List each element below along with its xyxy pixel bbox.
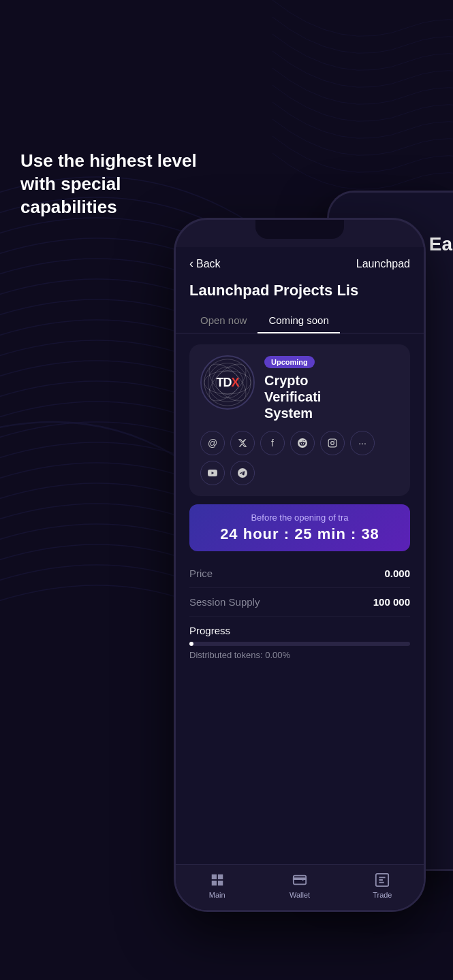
facebook-icon[interactable]: f [260, 431, 285, 455]
session-supply-label: Session Supply [189, 596, 260, 608]
page-title: Launchpad Projects Lis [176, 278, 424, 309]
timer-banner: Before the opening of tra 24 hour : 25 m… [189, 504, 410, 551]
nav-trade[interactable]: Trade [341, 872, 424, 899]
svg-point-8 [331, 442, 334, 445]
twitter-icon[interactable] [230, 431, 255, 455]
svg-point-9 [334, 440, 335, 441]
timer-value: 24 hour : 25 min : 38 [200, 525, 399, 543]
trade-nav-icon [374, 872, 390, 888]
nav-main[interactable]: Main [176, 872, 258, 899]
tab-coming-soon[interactable]: Coming soon [257, 309, 339, 333]
logo-text: TDX [216, 376, 238, 390]
telegram-icon[interactable] [230, 461, 255, 485]
price-label: Price [189, 568, 213, 579]
project-card: TDX Upcoming Crypto Verificati System [189, 344, 410, 496]
project-info: Upcoming Crypto Verificati System [264, 355, 399, 421]
project-logo: TDX [200, 355, 255, 410]
tab-open-now[interactable]: Open now [189, 309, 257, 333]
upcoming-badge: Upcoming [264, 356, 315, 368]
progress-bar-fill [189, 642, 193, 646]
price-row: Price 0.000 [189, 559, 410, 588]
session-supply-row: Session Supply 100 000 [189, 588, 410, 617]
social-icons-row: @ f [200, 431, 399, 485]
wallet-nav-label: Wallet [290, 891, 310, 899]
progress-section: Progress Distributed tokens: 0.00% [189, 617, 410, 668]
card-content: TDX Upcoming Crypto Verificati System [176, 333, 424, 679]
nav-wallet[interactable]: Wallet [258, 872, 341, 899]
back-chevron-icon: ‹ [189, 257, 193, 271]
more-icon[interactable]: ··· [350, 431, 375, 455]
main-nav-label: Main [209, 891, 225, 899]
price-value: 0.000 [384, 568, 410, 579]
back-label: Back [196, 258, 221, 270]
svg-rect-11 [294, 878, 306, 879]
phone-screen: ‹ Back Launchpad Launchpad Projects Lis … [176, 247, 424, 910]
screen-header: ‹ Back Launchpad [176, 247, 424, 278]
progress-title: Progress [189, 625, 410, 636]
bottom-navigation: Main Wallet [176, 864, 424, 910]
main-nav-icon [209, 872, 225, 888]
project-name: Crypto Verificati System [264, 372, 399, 421]
progress-bar-background [189, 642, 410, 646]
tabs-row: Open now Coming soon [176, 309, 424, 333]
phone-notch [255, 220, 344, 239]
phone-frame: ‹ Back Launchpad Launchpad Projects Lis … [174, 218, 426, 912]
distributed-tokens-text: Distributed tokens: 0.00% [189, 650, 410, 660]
reddit-icon[interactable] [290, 431, 315, 455]
youtube-icon[interactable] [200, 461, 225, 485]
at-icon[interactable]: @ [200, 431, 225, 455]
phone-mockup: ‹ Back Launchpad Launchpad Projects Lis … [174, 218, 433, 932]
session-supply-value: 100 000 [373, 596, 410, 608]
timer-label: Before the opening of tra [200, 512, 399, 523]
project-top: TDX Upcoming Crypto Verificati System [200, 355, 399, 421]
header-title: Launchpad [356, 258, 410, 270]
headline-text: Use the highest level with special capab… [20, 150, 211, 218]
back-button[interactable]: ‹ Back [189, 257, 221, 271]
svg-rect-7 [328, 439, 337, 447]
instagram-icon[interactable] [320, 431, 345, 455]
wallet-nav-icon [292, 872, 308, 888]
trade-nav-label: Trade [373, 891, 392, 899]
logo-accent: X [231, 376, 238, 389]
